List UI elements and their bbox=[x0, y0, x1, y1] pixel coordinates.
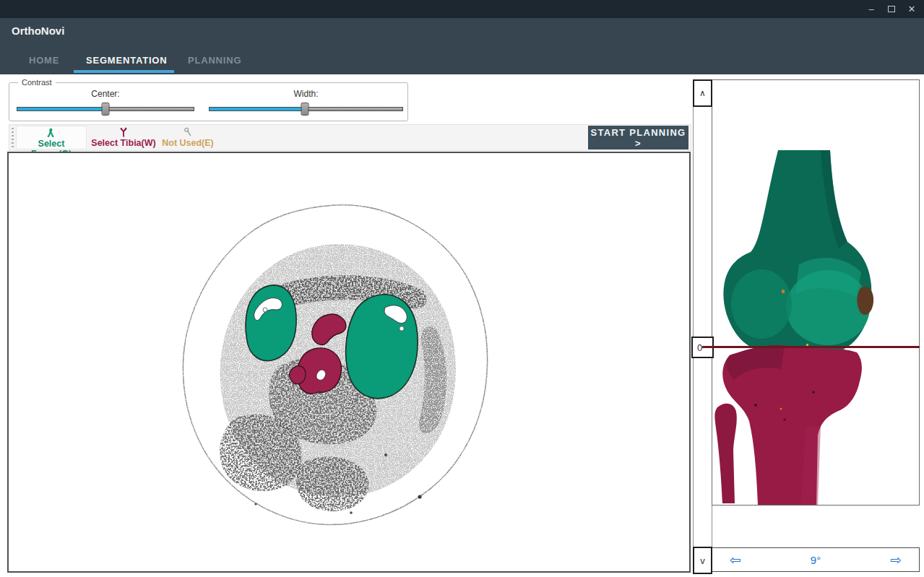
select-tibia-button[interactable]: Select Tibia(W) bbox=[90, 126, 157, 149]
app-header: OrthoNovi HOME SEGMENTATION PLANNING bbox=[0, 18, 924, 74]
femur-icon bbox=[17, 128, 86, 138]
tab-planning[interactable]: PLANNING bbox=[188, 55, 241, 66]
down-arrow-icon: v bbox=[700, 555, 705, 566]
orthonovi-window: – ✕ OrthoNovi HOME SEGMENTATION PLANNING… bbox=[0, 0, 924, 577]
slice-down-button[interactable]: v bbox=[693, 547, 712, 574]
slice-slider-channel[interactable] bbox=[693, 107, 712, 547]
axial-ct-viewport[interactable] bbox=[7, 152, 691, 573]
center-slider-thumb[interactable] bbox=[102, 103, 110, 116]
close-icon[interactable]: ✕ bbox=[907, 0, 917, 18]
select-tibia-label: Select Tibia(W) bbox=[90, 138, 157, 148]
knee-3d-viewport[interactable] bbox=[712, 79, 920, 506]
not-used-label: Not Used(E) bbox=[160, 138, 216, 148]
window-controls: – ✕ bbox=[866, 0, 917, 18]
width-slider-thumb[interactable] bbox=[301, 103, 309, 116]
maximize-icon[interactable] bbox=[886, 0, 897, 18]
tab-home[interactable]: HOME bbox=[29, 55, 59, 66]
not-used-button[interactable]: Not Used(E) bbox=[160, 126, 216, 149]
slice-up-button[interactable]: ∧ bbox=[693, 79, 712, 107]
rotate-left-icon[interactable]: ⇦ bbox=[730, 553, 741, 567]
app-title: OrthoNovi bbox=[12, 25, 64, 37]
tab-segmentation[interactable]: SEGMENTATION bbox=[86, 55, 167, 66]
center-slider-track[interactable] bbox=[17, 107, 194, 111]
active-tab-underline bbox=[74, 70, 174, 73]
center-slider-label: Center: bbox=[17, 89, 194, 99]
segmentation-toolbar: Select Fumer(Q) Select Tibia(W) Not Used… bbox=[9, 124, 691, 151]
title-bar: – ✕ bbox=[0, 0, 924, 18]
probe-icon bbox=[160, 127, 216, 137]
select-femur-button[interactable]: Select Fumer(Q) bbox=[16, 126, 87, 149]
minimize-icon[interactable]: – bbox=[866, 0, 876, 18]
start-planning-button[interactable]: START PLANNING > bbox=[588, 126, 688, 149]
center-slider-fill bbox=[17, 108, 105, 110]
up-arrow-icon: ∧ bbox=[699, 88, 706, 98]
tibia-icon bbox=[90, 127, 157, 137]
ct-slice-image bbox=[169, 201, 516, 533]
contrast-group-label: Contrast bbox=[18, 78, 56, 87]
rotate-right-icon[interactable]: ⇨ bbox=[890, 553, 902, 567]
maximize-glyph bbox=[888, 6, 895, 12]
slice-position-line bbox=[702, 346, 920, 348]
rotation-bar: ⇦ 9° ⇨ bbox=[712, 547, 920, 572]
toolbar-grip-handle[interactable] bbox=[12, 128, 14, 148]
width-slider-track[interactable] bbox=[209, 107, 403, 111]
knee-3d-render bbox=[712, 80, 919, 505]
contrast-group: Contrast Center: Width: bbox=[9, 82, 408, 121]
rotation-angle-value: 9° bbox=[811, 554, 821, 566]
width-slider-label: Width: bbox=[209, 89, 403, 99]
width-slider-fill bbox=[210, 108, 305, 110]
